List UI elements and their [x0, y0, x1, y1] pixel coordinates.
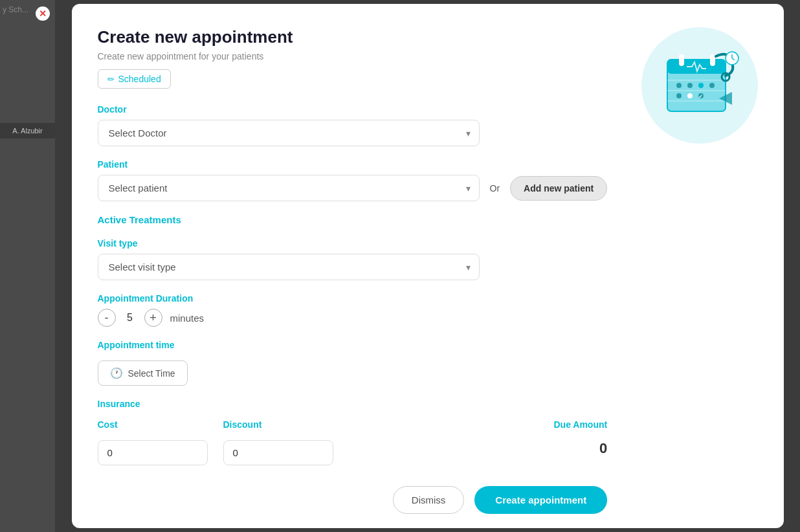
- svg-point-9: [698, 83, 704, 88]
- cost-label: Cost: [98, 419, 208, 430]
- modal-illustration: ✓: [641, 27, 758, 144]
- sidebar-user-name: A. Alzubir: [0, 123, 55, 139]
- patient-section: Patient Select patient ▾ Or Add new pati…: [98, 159, 608, 201]
- patient-label: Patient: [98, 159, 608, 170]
- add-new-patient-button[interactable]: Add new patient: [510, 176, 607, 201]
- modal-footer: Dismiss Create appointment: [98, 486, 608, 514]
- visit-type-select-wrapper: Select visit type ▾: [98, 254, 480, 280]
- svg-point-8: [687, 83, 693, 88]
- patient-select[interactable]: Select patient: [98, 175, 480, 201]
- duration-unit: minutes: [170, 313, 205, 324]
- dismiss-button[interactable]: Dismiss: [393, 486, 465, 514]
- discount-label: Discount: [223, 419, 333, 430]
- svg-point-12: [687, 93, 693, 98]
- pencil-icon: ✏: [107, 74, 115, 84]
- doctor-select-wrapper: Select Doctor ▾: [98, 120, 480, 146]
- svg-point-7: [676, 83, 682, 88]
- modal-header: Create new appointment Create new appoin…: [98, 27, 758, 514]
- duration-minus-button[interactable]: -: [98, 309, 116, 327]
- insurance-label: Insurance: [98, 399, 608, 409]
- cost-field: Cost: [98, 419, 208, 465]
- doctor-select[interactable]: Select Doctor: [98, 120, 480, 146]
- duration-plus-button[interactable]: +: [144, 309, 162, 327]
- modal-subtitle: Create new appointment for your patients: [98, 51, 608, 61]
- active-treatments-label: Active Treatments: [98, 214, 608, 225]
- or-text: Or: [490, 183, 500, 194]
- svg-rect-3: [710, 54, 715, 66]
- close-sidebar-button[interactable]: ✕: [36, 6, 50, 21]
- duration-row: - 5 + minutes: [98, 309, 608, 327]
- due-amount-label: Due Amount: [553, 419, 607, 430]
- due-amount-value: 0: [553, 440, 607, 457]
- cost-input[interactable]: [98, 440, 208, 465]
- scheduled-badge-label: Scheduled: [118, 74, 161, 84]
- appointment-illustration-svg: ✓: [654, 40, 745, 131]
- visit-type-section: Visit type Select visit type ▾: [98, 238, 608, 280]
- cost-row: Cost Discount Due Amount 0: [98, 419, 608, 465]
- duration-value: 5: [124, 312, 137, 324]
- modal-overlay: Create new appointment Create new appoin…: [55, 0, 800, 532]
- due-amount-section: Due Amount 0: [553, 419, 607, 457]
- clock-icon: 🕐: [110, 367, 123, 379]
- patient-select-wrapper: Select patient ▾: [98, 175, 480, 201]
- patient-row: Select patient ▾ Or Add new patient: [98, 175, 608, 201]
- modal-title: Create new appointment: [98, 27, 608, 47]
- svg-rect-2: [679, 54, 684, 66]
- duration-label: Appointment Duration: [98, 293, 608, 304]
- discount-input[interactable]: [223, 440, 333, 465]
- svg-point-10: [709, 83, 715, 88]
- visit-type-select[interactable]: Select visit type: [98, 254, 480, 280]
- svg-text:✓: ✓: [698, 94, 703, 100]
- scheduled-badge-button[interactable]: ✏ Scheduled: [98, 69, 171, 89]
- select-time-label: Select Time: [128, 368, 175, 379]
- modal-header-left: Create new appointment Create new appoin…: [98, 27, 608, 514]
- close-x-icon: ✕: [39, 9, 47, 18]
- doctor-section: Doctor Select Doctor ▾: [98, 104, 608, 146]
- create-appointment-button[interactable]: Create appointment: [474, 486, 607, 514]
- time-section: Appointment time 🕐 Select Time: [98, 340, 608, 386]
- visit-type-label: Visit type: [98, 238, 608, 249]
- create-appointment-modal: Create new appointment Create new appoin…: [72, 4, 784, 528]
- doctor-label: Doctor: [98, 104, 608, 115]
- time-label: Appointment time: [98, 340, 608, 350]
- svg-point-11: [676, 93, 682, 98]
- discount-field: Discount: [223, 419, 333, 465]
- select-time-button[interactable]: 🕐 Select Time: [98, 360, 188, 386]
- background-sidebar: y Sch...: [0, 0, 55, 532]
- duration-section: Appointment Duration - 5 + minutes: [98, 293, 608, 327]
